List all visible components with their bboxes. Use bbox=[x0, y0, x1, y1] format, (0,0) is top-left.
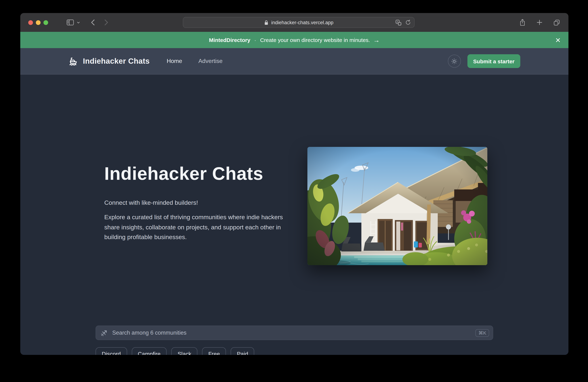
villa-pool-illustration bbox=[307, 147, 487, 265]
hero-section: Indiehacker Chats Connect with like-mind… bbox=[96, 75, 493, 265]
nav-links: Home Advertise bbox=[167, 58, 223, 64]
site-navbar: Indiehacker Chats Home Advertise Submit … bbox=[20, 48, 568, 75]
forward-button-icon[interactable] bbox=[104, 19, 109, 26]
filter-paid[interactable]: Paid bbox=[231, 347, 254, 355]
url-text: indiehacker-chats.vercel.app bbox=[271, 20, 334, 25]
zoom-window-button[interactable] bbox=[43, 20, 48, 25]
hero-image bbox=[307, 147, 487, 265]
lock-icon bbox=[264, 20, 269, 25]
promo-message: Create your own directory website in min… bbox=[260, 37, 370, 43]
promo-brand[interactable]: MintedDirectory bbox=[209, 37, 250, 43]
arrow-right-icon: → bbox=[373, 37, 380, 43]
new-tab-icon[interactable] bbox=[536, 19, 543, 26]
nav-link-home[interactable]: Home bbox=[167, 58, 182, 64]
site-title: Indiehacker Chats bbox=[83, 57, 150, 65]
nav-link-advertise[interactable]: Advertise bbox=[198, 58, 223, 64]
page-content: Indiehacker Chats Connect with like-mind… bbox=[20, 75, 568, 355]
filter-slack[interactable]: Slack bbox=[171, 347, 197, 355]
back-button-icon[interactable] bbox=[90, 19, 95, 26]
desktop-background: indiehacker-chats.vercel.app A bbox=[0, 0, 588, 382]
submit-starter-button[interactable]: Submit a starter bbox=[467, 54, 520, 68]
window-controls bbox=[28, 20, 48, 25]
filter-discord[interactable]: Discord bbox=[96, 347, 127, 355]
search-input[interactable] bbox=[111, 329, 476, 336]
tab-overview-icon[interactable] bbox=[553, 19, 561, 26]
promo-separator: · bbox=[254, 37, 256, 43]
ship-icon bbox=[68, 56, 78, 66]
theme-toggle-button[interactable] bbox=[448, 55, 461, 68]
hero-description: Explore a curated list of thriving commu… bbox=[104, 212, 293, 242]
chevron-down-icon[interactable] bbox=[76, 20, 80, 24]
filter-free[interactable]: Free bbox=[202, 347, 226, 355]
page-title: Indiehacker Chats bbox=[104, 163, 298, 184]
browser-titlebar: indiehacker-chats.vercel.app A bbox=[20, 13, 568, 32]
bow-arrow-icon bbox=[101, 329, 108, 336]
promo-link[interactable]: Create your own directory website in min… bbox=[260, 37, 380, 43]
share-icon[interactable] bbox=[519, 19, 526, 26]
address-bar[interactable]: indiehacker-chats.vercel.app A bbox=[183, 17, 415, 28]
sidebar-toggle-icon[interactable] bbox=[66, 19, 74, 26]
banner-close-button[interactable]: × bbox=[554, 36, 562, 44]
minimize-window-button[interactable] bbox=[36, 20, 41, 25]
hero-tagline: Connect with like-minded builders! bbox=[104, 199, 298, 207]
translate-icon[interactable]: A bbox=[395, 19, 401, 25]
keyboard-shortcut-badge: ⌘K bbox=[476, 329, 489, 337]
filter-campfire[interactable]: Campfire bbox=[132, 347, 167, 355]
search-bar[interactable]: ⌘K bbox=[96, 325, 493, 340]
browser-window: indiehacker-chats.vercel.app A bbox=[20, 13, 568, 355]
close-window-button[interactable] bbox=[28, 20, 33, 25]
filter-chips: Discord Campfire Slack Free Paid bbox=[96, 347, 493, 355]
site-logo[interactable]: Indiehacker Chats bbox=[68, 56, 150, 66]
sun-icon bbox=[451, 58, 458, 65]
search-section: ⌘K Discord Campfire Slack Free Paid bbox=[96, 325, 493, 355]
promo-banner: MintedDirectory · Create your own direct… bbox=[20, 32, 568, 48]
reload-icon[interactable] bbox=[405, 19, 411, 25]
